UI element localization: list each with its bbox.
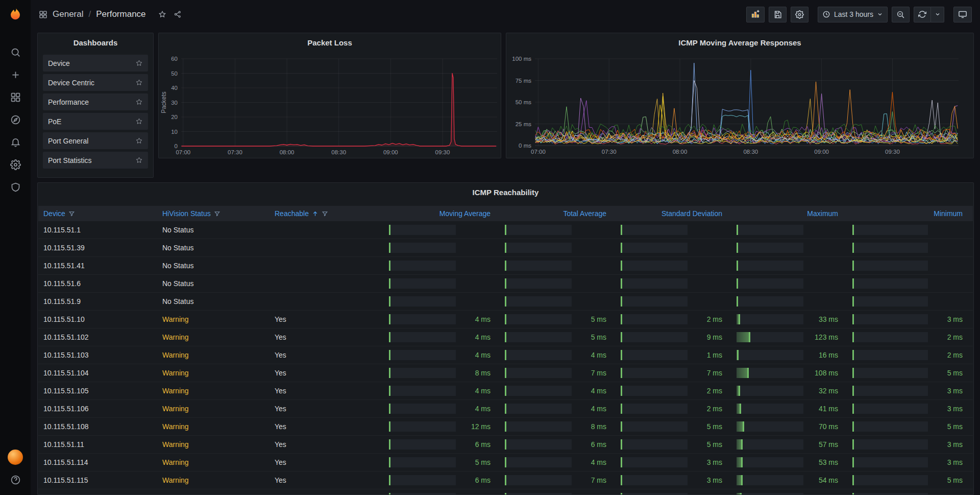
- refresh-dashboard-button[interactable]: [914, 7, 931, 22]
- breadcrumb-dashboard-name[interactable]: Performance: [96, 9, 145, 19]
- bar-gauge: [621, 368, 688, 378]
- column-header-maximum[interactable]: Maximum: [732, 209, 848, 218]
- svg-text:75 ms: 75 ms: [516, 78, 532, 84]
- gauge-value: 3 ms: [693, 476, 722, 484]
- star-icon[interactable]: [135, 156, 143, 164]
- breadcrumb-folder[interactable]: General: [53, 9, 83, 19]
- bar-gauge: [505, 404, 572, 414]
- dashboard-list-item[interactable]: Device: [43, 55, 148, 72]
- bar-gauge: [737, 314, 803, 324]
- refresh-interval-caret-button[interactable]: [931, 7, 944, 22]
- gauge-cell: 2 ms: [617, 314, 732, 324]
- dashboards-grid-icon[interactable]: [0, 86, 31, 108]
- column-header-moving-average[interactable]: Moving Average: [385, 209, 501, 218]
- column-header-reachable[interactable]: Reachable: [270, 209, 385, 218]
- bar-gauge: [389, 225, 456, 235]
- dashboard-list-item[interactable]: Performance: [43, 93, 148, 110]
- gauge-cell: [732, 225, 848, 235]
- star-icon[interactable]: [135, 59, 143, 67]
- column-header-label: Total Average: [563, 209, 606, 218]
- column-header-device[interactable]: Device: [38, 209, 157, 218]
- column-header-hivision-status[interactable]: HiVision Status: [157, 209, 270, 218]
- star-icon[interactable]: [135, 117, 143, 125]
- hivision-status-cell: Warning: [157, 476, 270, 484]
- gauge-cell: 2 ms: [617, 386, 732, 396]
- column-header-minimum[interactable]: Minimum: [848, 209, 973, 218]
- gauge-value: 8 ms: [577, 422, 606, 431]
- server-admin-shield-icon[interactable]: [0, 176, 31, 198]
- gauge-cell: 4 ms: [501, 457, 617, 467]
- cycle-view-mode-button[interactable]: [953, 7, 972, 22]
- configuration-gear-icon[interactable]: [0, 153, 31, 176]
- star-dashboard-icon[interactable]: [158, 10, 166, 18]
- gauge-cell: [848, 261, 973, 271]
- gauge-cell: [732, 296, 848, 307]
- table-body[interactable]: 10.115.51.1No Status10.115.51.39No Statu…: [38, 221, 973, 494]
- bar-gauge: [852, 225, 928, 235]
- panel-title[interactable]: Dashboards: [38, 33, 153, 52]
- gauge-value: 2 ms: [693, 315, 722, 323]
- packet-loss-chart[interactable]: 010203040506007:0007:3008:0008:3009:0009…: [159, 33, 501, 158]
- column-header-label: Standard Deviation: [662, 209, 722, 218]
- panel-title[interactable]: ICMP Moving Average Responses: [506, 33, 973, 52]
- hivision-status-cell: Warning: [157, 422, 270, 431]
- plus-icon[interactable]: [0, 63, 31, 86]
- gauge-value: 3 ms: [933, 315, 963, 323]
- panel-title[interactable]: ICMP Reachability: [38, 183, 973, 201]
- filter-icon[interactable]: [322, 210, 328, 217]
- dashboard-link-label: Port General: [48, 137, 88, 145]
- bar-gauge: [852, 314, 928, 324]
- svg-text:0 ms: 0 ms: [519, 143, 531, 149]
- gauge-cell: 5 ms: [501, 332, 617, 342]
- grafana-logo[interactable]: [7, 6, 24, 23]
- gauge-value: 7 ms: [693, 369, 722, 377]
- star-icon[interactable]: [135, 79, 143, 86]
- sidebar-nav: [0, 41, 31, 198]
- bar-gauge: [505, 368, 572, 378]
- alerting-bell-icon[interactable]: [0, 131, 31, 153]
- panel-title[interactable]: Packet Loss: [159, 33, 501, 52]
- star-icon[interactable]: [135, 137, 143, 145]
- filter-icon[interactable]: [68, 210, 75, 217]
- table-row: 10.115.51.6No Status: [38, 275, 973, 293]
- gauge-cell: 3 ms: [848, 314, 973, 324]
- column-header-standard-deviation[interactable]: Standard Deviation: [617, 209, 732, 218]
- device-cell: 10.115.51.114: [38, 458, 157, 466]
- device-cell: 10.115.51.10: [38, 315, 157, 323]
- star-icon[interactable]: [135, 98, 143, 106]
- gauge-value: 5 ms: [933, 422, 963, 431]
- gauge-cell: [617, 278, 732, 289]
- zoom-out-time-button[interactable]: [892, 7, 910, 22]
- time-range-picker-button[interactable]: Last 3 hours: [818, 7, 888, 22]
- time-range-label: Last 3 hours: [834, 10, 873, 18]
- explore-compass-icon[interactable]: [0, 108, 31, 131]
- bar-gauge: [505, 225, 572, 235]
- share-dashboard-icon[interactable]: [174, 10, 182, 18]
- search-icon[interactable]: [0, 41, 31, 63]
- gauge-value: 5 ms: [933, 369, 963, 377]
- svg-text:50 ms: 50 ms: [516, 99, 532, 105]
- gauge-cell: 3 ms: [848, 457, 973, 467]
- dashboard-settings-button[interactable]: [791, 7, 808, 22]
- dashboard-list-item[interactable]: PoE: [43, 113, 148, 130]
- user-avatar[interactable]: [0, 446, 31, 468]
- gauge-cell: 6 ms: [501, 439, 617, 450]
- svg-text:09:30: 09:30: [435, 149, 450, 155]
- help-icon[interactable]: [0, 468, 31, 491]
- breadcrumb-separator: /: [88, 9, 91, 19]
- dashboard-list-item[interactable]: Port Statistics: [43, 152, 148, 169]
- gauge-cell: 3 ms: [848, 493, 973, 494]
- add-panel-button[interactable]: [746, 7, 765, 22]
- save-dashboard-button[interactable]: [769, 7, 787, 22]
- column-header-total-average[interactable]: Total Average: [501, 209, 617, 218]
- gauge-cell: 5 ms: [385, 457, 501, 467]
- bar-gauge: [505, 278, 572, 289]
- dashboard-list-item[interactable]: Device Centric: [43, 74, 148, 91]
- filter-icon[interactable]: [214, 210, 220, 217]
- gauge-value: 7 ms: [577, 476, 606, 484]
- icmp-response-chart[interactable]: 0 ms25 ms50 ms75 ms100 ms07:0007:3008:00…: [506, 33, 973, 158]
- dashboard-list-item[interactable]: Port General: [43, 132, 148, 149]
- bar-gauge: [621, 493, 688, 494]
- hivision-status-cell: No Status: [157, 262, 270, 270]
- top-navigation-bar: General / Performance Last 3 hours: [31, 0, 980, 29]
